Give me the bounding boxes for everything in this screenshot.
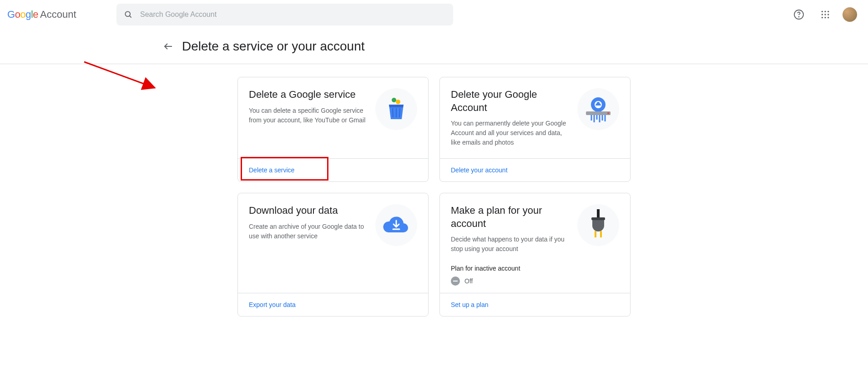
shredder-illustration bbox=[577, 88, 619, 130]
svg-point-8 bbox=[824, 14, 826, 15]
cloud-download-illustration bbox=[375, 204, 417, 246]
svg-point-6 bbox=[828, 11, 829, 12]
content: Delete a Google service You can delete a… bbox=[0, 64, 868, 317]
card-desc: You can permanently delete your Google A… bbox=[451, 119, 570, 147]
card-desc: Create an archive of your Google data to… bbox=[249, 222, 368, 241]
delete-service-link[interactable]: Delete a service bbox=[249, 166, 294, 174]
trash-illustration bbox=[375, 88, 417, 130]
header-right bbox=[790, 5, 861, 24]
card-delete-account: Delete your Google Account You can perma… bbox=[439, 77, 631, 182]
svg-line-19 bbox=[399, 108, 400, 117]
svg-line-14 bbox=[84, 62, 155, 88]
card-title: Download your data bbox=[249, 204, 368, 217]
card-desc: Decide what happens to your data if you … bbox=[451, 235, 570, 254]
plug-icon bbox=[587, 209, 610, 241]
avatar[interactable] bbox=[843, 7, 857, 22]
card-inactive-plan: Make a plan for your account Decide what… bbox=[439, 193, 631, 317]
card-title: Make a plan for your account bbox=[451, 204, 570, 230]
svg-rect-35 bbox=[600, 231, 602, 237]
delete-account-link[interactable]: Delete your account bbox=[451, 166, 508, 174]
card-desc: You can delete a specific Google service… bbox=[249, 106, 368, 125]
cards-grid: Delete a Google service You can delete a… bbox=[237, 77, 631, 317]
inactive-plan-value: Off bbox=[464, 277, 473, 285]
svg-point-16 bbox=[396, 100, 400, 104]
card-title: Delete your Google Account bbox=[451, 88, 570, 114]
apps-grid-icon bbox=[821, 10, 830, 19]
svg-point-5 bbox=[824, 11, 826, 12]
search-icon bbox=[124, 10, 133, 19]
arrow-left-icon bbox=[163, 41, 174, 52]
apps-button[interactable] bbox=[816, 5, 834, 24]
card-delete-service: Delete a Google service You can delete a… bbox=[237, 77, 429, 182]
search-input[interactable] bbox=[140, 10, 446, 19]
page-title: Delete a service or your account bbox=[182, 39, 365, 54]
svg-line-1 bbox=[130, 16, 131, 18]
help-button[interactable] bbox=[790, 5, 808, 24]
setup-plan-link[interactable]: Set up a plan bbox=[451, 301, 489, 308]
export-data-link[interactable]: Export your data bbox=[249, 301, 296, 308]
svg-point-7 bbox=[822, 14, 823, 15]
svg-rect-33 bbox=[591, 217, 605, 220]
card-download-data: Download your data Create an archive of … bbox=[237, 193, 429, 317]
annotation-arrow bbox=[82, 60, 164, 96]
help-icon bbox=[793, 9, 804, 20]
svg-point-12 bbox=[828, 17, 829, 18]
svg-point-11 bbox=[824, 17, 826, 18]
svg-rect-23 bbox=[586, 111, 611, 115]
shredder-icon bbox=[582, 93, 614, 125]
svg-point-10 bbox=[822, 17, 823, 18]
back-button[interactable] bbox=[159, 37, 177, 55]
svg-rect-34 bbox=[595, 231, 596, 237]
status-off-icon bbox=[451, 277, 460, 286]
card-title: Delete a Google service bbox=[249, 88, 368, 101]
svg-point-15 bbox=[392, 98, 396, 102]
svg-line-17 bbox=[393, 108, 393, 117]
logo-area[interactable]: Google Account bbox=[7, 9, 98, 20]
svg-rect-32 bbox=[597, 209, 600, 218]
svg-point-4 bbox=[822, 11, 823, 12]
card-extra: Plan for inactive account Off bbox=[440, 265, 630, 293]
trash-icon bbox=[383, 96, 410, 123]
search-bar[interactable] bbox=[116, 4, 453, 25]
svg-point-9 bbox=[828, 14, 829, 15]
svg-point-24 bbox=[607, 112, 609, 114]
app-header: Google Account bbox=[0, 0, 868, 29]
cloud-download-icon bbox=[382, 214, 411, 236]
account-label: Account bbox=[40, 9, 76, 20]
plug-illustration bbox=[577, 204, 619, 246]
google-logo: Google bbox=[7, 9, 38, 20]
inactive-plan-status-row[interactable]: Off bbox=[451, 277, 619, 286]
page-header: Delete a service or your account bbox=[0, 29, 868, 64]
svg-point-0 bbox=[125, 11, 130, 16]
svg-point-3 bbox=[799, 17, 799, 17]
inactive-plan-label: Plan for inactive account bbox=[451, 265, 619, 272]
